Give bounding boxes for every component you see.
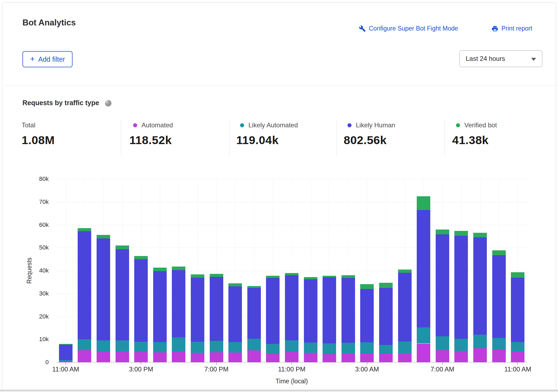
bar-segment-automated[interactable] xyxy=(116,351,129,362)
bar-segment-likely-human[interactable] xyxy=(228,286,242,342)
bar-segment-likely-human[interactable] xyxy=(153,271,167,342)
bar-segment-likely-automated[interactable] xyxy=(398,341,412,353)
bar-segment-automated[interactable] xyxy=(360,353,374,362)
bar-segment-likely-automated[interactable] xyxy=(323,343,336,354)
bar-segment-likely-human[interactable] xyxy=(417,210,430,327)
bar-segment-automated[interactable] xyxy=(398,353,412,362)
bar-segment-verified-bot[interactable] xyxy=(78,228,91,231)
bar-segment-automated[interactable] xyxy=(342,354,355,362)
bar-segment-likely-automated[interactable] xyxy=(134,342,148,352)
bar-segment-likely-human[interactable] xyxy=(304,279,317,343)
bar-segment-likely-automated[interactable] xyxy=(266,344,280,354)
bar-segment-likely-human[interactable] xyxy=(59,345,73,360)
bar-segment-likely-automated[interactable] xyxy=(285,340,298,352)
bar-segment-likely-human[interactable] xyxy=(210,277,223,341)
bar-segment-likely-human[interactable] xyxy=(360,289,374,342)
bar-segment-likely-automated[interactable] xyxy=(304,343,317,353)
bar-segment-likely-human[interactable] xyxy=(454,236,468,339)
bar-segment-automated[interactable] xyxy=(172,351,185,362)
bar-segment-likely-automated[interactable] xyxy=(78,339,91,350)
bar-segment-automated[interactable] xyxy=(247,350,261,362)
bar-segment-likely-automated[interactable] xyxy=(511,342,524,351)
bar-segment-automated[interactable] xyxy=(379,354,393,362)
bar-segment-likely-human[interactable] xyxy=(247,288,261,339)
bar-segment-likely-automated[interactable] xyxy=(342,343,355,354)
bar-segment-verified-bot[interactable] xyxy=(360,284,374,289)
bar-segment-likely-automated[interactable] xyxy=(191,342,204,353)
bar-segment-automated[interactable] xyxy=(134,352,148,362)
bar-segment-likely-automated[interactable] xyxy=(116,340,129,351)
bar-segment-likely-human[interactable] xyxy=(78,231,91,339)
bar-segment-likely-human[interactable] xyxy=(116,249,129,340)
bar-segment-likely-automated[interactable] xyxy=(153,342,167,352)
bar-segment-likely-automated[interactable] xyxy=(247,339,261,350)
bar-segment-automated[interactable] xyxy=(228,353,242,362)
bar-segment-likely-human[interactable] xyxy=(266,278,280,344)
bar-segment-likely-automated[interactable] xyxy=(59,360,73,361)
bar-segment-verified-bot[interactable] xyxy=(398,270,412,273)
bar-segment-likely-human[interactable] xyxy=(379,288,393,345)
bar-segment-automated[interactable] xyxy=(78,350,91,362)
bar-segment-likely-automated[interactable] xyxy=(492,338,506,350)
bar-segment-verified-bot[interactable] xyxy=(323,276,336,278)
bar-segment-likely-human[interactable] xyxy=(191,278,204,341)
bar-segment-automated[interactable] xyxy=(191,353,204,362)
bar-segment-likely-human[interactable] xyxy=(323,277,336,343)
bar-segment-verified-bot[interactable] xyxy=(172,267,185,270)
bar-segment-verified-bot[interactable] xyxy=(266,276,280,278)
bar-segment-verified-bot[interactable] xyxy=(417,196,430,210)
bar-segment-likely-human[interactable] xyxy=(172,270,185,337)
bar-segment-likely-automated[interactable] xyxy=(97,340,110,352)
bar-segment-verified-bot[interactable] xyxy=(436,230,449,234)
bar-segment-verified-bot[interactable] xyxy=(153,268,167,271)
bar-segment-verified-bot[interactable] xyxy=(97,235,110,239)
bar-segment-verified-bot[interactable] xyxy=(473,233,487,237)
bar-segment-automated[interactable] xyxy=(436,350,449,362)
bar-segment-verified-bot[interactable] xyxy=(285,273,298,275)
bar-segment-automated[interactable] xyxy=(323,354,336,362)
bar-segment-likely-automated[interactable] xyxy=(454,339,468,351)
bar-segment-likely-automated[interactable] xyxy=(210,341,223,352)
bar-segment-verified-bot[interactable] xyxy=(191,274,204,278)
bar-segment-likely-automated[interactable] xyxy=(172,337,185,351)
bar-segment-likely-human[interactable] xyxy=(398,273,412,341)
bar-segment-automated[interactable] xyxy=(285,352,298,362)
bar-segment-verified-bot[interactable] xyxy=(59,344,73,345)
bar-segment-likely-automated[interactable] xyxy=(379,345,393,354)
bar-segment-verified-bot[interactable] xyxy=(342,275,355,278)
bar-segment-likely-human[interactable] xyxy=(134,259,148,342)
bar-segment-likely-automated[interactable] xyxy=(473,335,487,348)
bar-segment-automated[interactable] xyxy=(210,352,223,362)
bar-segment-automated[interactable] xyxy=(492,350,506,362)
bar-segment-likely-automated[interactable] xyxy=(417,327,430,343)
bar-segment-automated[interactable] xyxy=(417,344,430,362)
bar-segment-verified-bot[interactable] xyxy=(116,245,129,249)
bar-segment-automated[interactable] xyxy=(266,354,280,362)
bar-segment-likely-human[interactable] xyxy=(511,278,524,342)
bar-segment-verified-bot[interactable] xyxy=(247,286,261,288)
bar-segment-verified-bot[interactable] xyxy=(492,250,506,255)
bar-segment-likely-human[interactable] xyxy=(97,238,110,340)
bar-segment-automated[interactable] xyxy=(304,353,317,362)
bar-segment-verified-bot[interactable] xyxy=(304,277,317,279)
bar-segment-likely-automated[interactable] xyxy=(436,336,449,350)
bar-segment-likely-human[interactable] xyxy=(342,278,355,343)
bar-segment-automated[interactable] xyxy=(97,352,110,362)
bar-segment-likely-human[interactable] xyxy=(473,237,487,335)
bar-segment-automated[interactable] xyxy=(153,352,167,362)
bar-segment-automated[interactable] xyxy=(473,348,487,362)
bar-segment-automated[interactable] xyxy=(511,351,524,362)
bar-segment-likely-human[interactable] xyxy=(492,255,506,338)
bar-segment-likely-automated[interactable] xyxy=(360,342,374,353)
bar-segment-likely-human[interactable] xyxy=(436,234,449,336)
bar-segment-automated[interactable] xyxy=(454,351,468,362)
bar-segment-verified-bot[interactable] xyxy=(511,272,524,278)
bar-segment-verified-bot[interactable] xyxy=(210,274,223,277)
bar-segment-automated[interactable] xyxy=(59,361,73,362)
bar-segment-verified-bot[interactable] xyxy=(134,256,148,259)
bar-segment-likely-automated[interactable] xyxy=(228,342,242,353)
bar-segment-verified-bot[interactable] xyxy=(228,283,242,286)
bar-segment-verified-bot[interactable] xyxy=(454,231,468,236)
bar-segment-verified-bot[interactable] xyxy=(379,283,393,288)
bar-segment-likely-human[interactable] xyxy=(285,275,298,340)
